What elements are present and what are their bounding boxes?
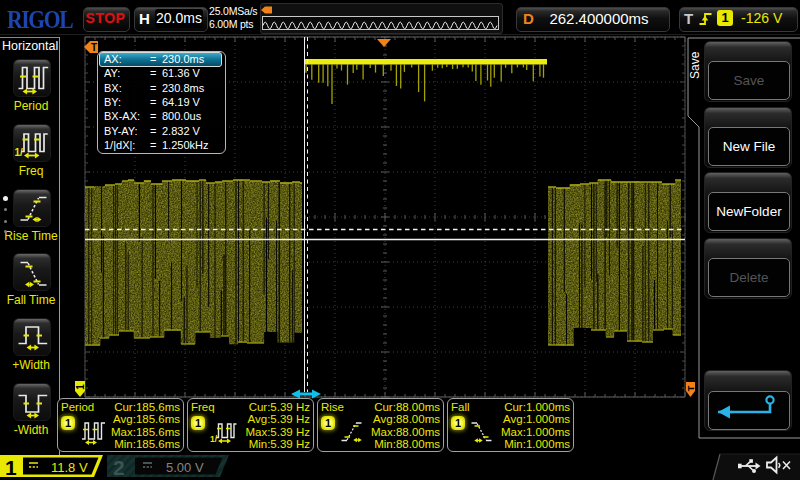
svg-text:5.00 V: 5.00 V: [166, 460, 204, 475]
svg-text:Save: Save: [688, 51, 702, 79]
svg-text:2: 2: [113, 456, 125, 479]
svg-text:11.8 V: 11.8 V: [51, 460, 88, 475]
svg-text:1: 1: [5, 456, 17, 479]
svg-text:1: 1: [75, 384, 86, 390]
svg-text:T: T: [91, 42, 97, 53]
